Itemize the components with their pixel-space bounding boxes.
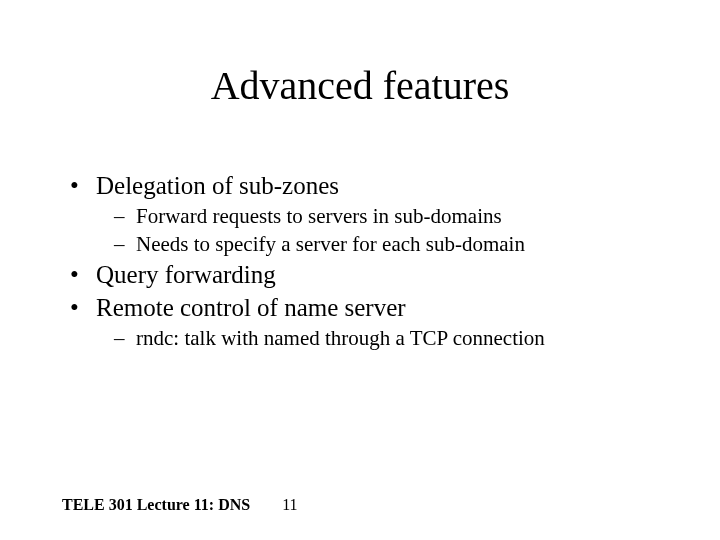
slide: Advanced features • Delegation of sub-zo…	[0, 0, 720, 540]
subbullet-3-1: – rndc: talk with named through a TCP co…	[114, 325, 660, 351]
subbullet-1-1: – Forward requests to servers in sub-dom…	[114, 203, 660, 229]
bullet-1: • Delegation of sub-zones	[70, 170, 660, 201]
subbullet-1-1-text: Forward requests to servers in sub-domai…	[136, 203, 502, 229]
footer-page-number: 11	[282, 496, 297, 514]
dash-icon: –	[114, 203, 136, 229]
dash-icon: –	[114, 325, 136, 351]
bullet-1-text: Delegation of sub-zones	[96, 170, 339, 201]
bullet-dot-icon: •	[70, 259, 96, 290]
bullet-3: • Remote control of name server	[70, 292, 660, 323]
slide-body: • Delegation of sub-zones – Forward requ…	[70, 168, 660, 353]
bullet-2-text: Query forwarding	[96, 259, 276, 290]
footer: TELE 301 Lecture 11: DNS 11	[62, 496, 298, 514]
bullet-dot-icon: •	[70, 170, 96, 201]
slide-title: Advanced features	[0, 62, 720, 109]
subbullet-3-1-text: rndc: talk with named through a TCP conn…	[136, 325, 545, 351]
dash-icon: –	[114, 231, 136, 257]
bullet-2: • Query forwarding	[70, 259, 660, 290]
bullet-3-text: Remote control of name server	[96, 292, 406, 323]
bullet-dot-icon: •	[70, 292, 96, 323]
footer-course: TELE 301 Lecture 11: DNS	[62, 496, 250, 514]
subbullet-1-2-text: Needs to specify a server for each sub-d…	[136, 231, 525, 257]
subbullet-1-2: – Needs to specify a server for each sub…	[114, 231, 660, 257]
